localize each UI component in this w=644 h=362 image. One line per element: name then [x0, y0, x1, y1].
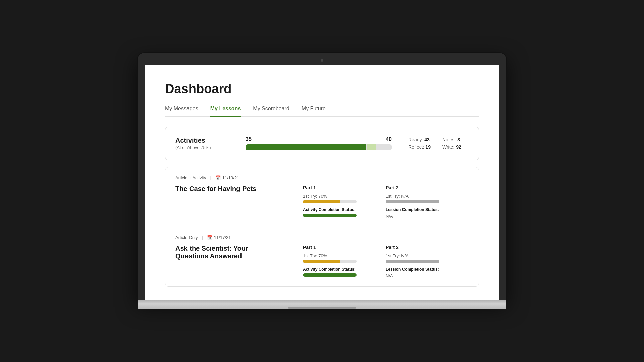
part2-na: N/A — [386, 273, 462, 278]
lesson-part2: Part 2 1st Try: N/A Lession Completion S… — [386, 245, 469, 278]
tab-messages[interactable]: My Messages — [165, 106, 198, 117]
part1-completion-label: Activity Completion Status: — [303, 267, 379, 272]
lesson-title-col: Ask the Scientist: Your Questions Answer… — [175, 245, 303, 278]
progress-bar-light — [367, 144, 376, 150]
tab-scoreboard[interactable]: My Scoreboard — [253, 106, 289, 117]
activities-divider — [237, 135, 237, 152]
part2-try-label: 1st Try: N/A — [386, 253, 462, 258]
part1-try-label: 1st Try: 70% — [303, 253, 379, 258]
part1-try-bar — [303, 200, 357, 203]
lesson-title-col: The Case for Having Pets — [175, 185, 303, 219]
lesson-part1: Part 1 1st Try: 70% Activity Completion … — [303, 185, 386, 219]
part1-label: Part 1 — [303, 185, 379, 190]
lesson-part2: Part 2 1st Try: N/A Lession Completion S… — [386, 185, 469, 219]
part1-try-label: 1st Try: 70% — [303, 194, 379, 199]
lesson-body: Ask the Scientist: Your Questions Answer… — [175, 245, 469, 278]
activities-stats: Ready: 43 Notes: 3 Reflect: 19 Write: — [408, 137, 469, 150]
part2-completion-label: Lession Completion Status: — [386, 267, 462, 272]
part2-label: Part 2 — [386, 185, 462, 190]
part2-completion-label: Lession Completion Status: — [386, 207, 462, 212]
activities-label: Activities — [175, 137, 229, 144]
activities-divider2 — [400, 135, 400, 152]
lessons-card: Article + Activity | 📅 11/19/21 The Case… — [165, 167, 479, 287]
part2-try-bar — [386, 200, 439, 203]
lesson-date: 📅 11/19/21 — [215, 175, 239, 180]
progress-current: 35 — [246, 136, 252, 142]
progress-numbers: 35 40 — [246, 136, 392, 142]
part1-try-fill — [303, 200, 340, 203]
part1-try-fill — [303, 260, 340, 263]
lesson-body: The Case for Having Pets Part 1 1st Try:… — [175, 185, 469, 219]
stat-notes: Notes: 3 — [442, 137, 469, 142]
camera — [321, 59, 323, 62]
lesson-type: Article Only — [175, 235, 198, 240]
stat-write: Write: 92 — [442, 144, 469, 150]
laptop-base — [138, 300, 506, 309]
part2-try-bar — [386, 260, 439, 263]
calendar-icon: 📅 — [215, 175, 221, 180]
progress-total: 40 — [386, 136, 392, 142]
lesson-meta: Article Only | 📅 11/17/21 — [175, 235, 469, 240]
part1-completion-label: Activity Completion Status: — [303, 207, 379, 212]
screen-content: Dashboard My Messages My Lessons My Scor… — [145, 65, 499, 300]
activities-card: Activities (At or Above 75%) 35 40 — [165, 127, 479, 160]
page-title: Dashboard — [165, 82, 479, 96]
screen-bezel: Dashboard My Messages My Lessons My Scor… — [138, 53, 506, 300]
activities-progress: 35 40 — [246, 136, 392, 150]
part1-label: Part 1 — [303, 245, 379, 250]
part1-completion-bar — [303, 273, 357, 277]
progress-bar-track — [246, 144, 392, 150]
part2-try-label: 1st Try: N/A — [386, 194, 462, 199]
lesson-row: Article + Activity | 📅 11/19/21 The Case… — [165, 167, 479, 227]
stat-ready: Ready: 43 — [408, 137, 434, 142]
lesson-part1: Part 1 1st Try: 70% Activity Completion … — [303, 245, 386, 278]
laptop-screen: Dashboard My Messages My Lessons My Scor… — [145, 65, 499, 300]
part1-completion-bar — [303, 214, 357, 217]
lesson-date: 📅 11/17/21 — [207, 235, 231, 240]
part1-try-bar — [303, 260, 357, 263]
lesson-meta: Article + Activity | 📅 11/19/21 — [175, 175, 469, 180]
part2-try-fill — [386, 260, 439, 263]
lesson-title: Ask the Scientist: Your Questions Answer… — [175, 245, 283, 260]
lesson-title: The Case for Having Pets — [175, 185, 283, 193]
lesson-type: Article + Activity — [175, 175, 206, 180]
activities-left: Activities (At or Above 75%) — [175, 137, 229, 150]
part2-na: N/A — [386, 214, 462, 219]
activities-sublabel: (At or Above 75%) — [175, 145, 229, 150]
part1-completion-fill — [303, 214, 357, 217]
stat-reflect: Reflect: 19 — [408, 144, 434, 150]
laptop-container: Dashboard My Messages My Lessons My Scor… — [138, 53, 506, 309]
calendar-icon: 📅 — [207, 235, 212, 240]
part2-label: Part 2 — [386, 245, 462, 250]
progress-bar-green — [246, 144, 366, 150]
lesson-row: Article Only | 📅 11/17/21 Ask the Scient… — [165, 227, 479, 286]
part1-completion-fill — [303, 273, 357, 277]
part2-try-fill — [386, 200, 439, 203]
tab-lessons[interactable]: My Lessons — [210, 106, 241, 117]
tab-bar: My Messages My Lessons My Scoreboard My … — [165, 106, 479, 117]
tab-future[interactable]: My Future — [302, 106, 326, 117]
